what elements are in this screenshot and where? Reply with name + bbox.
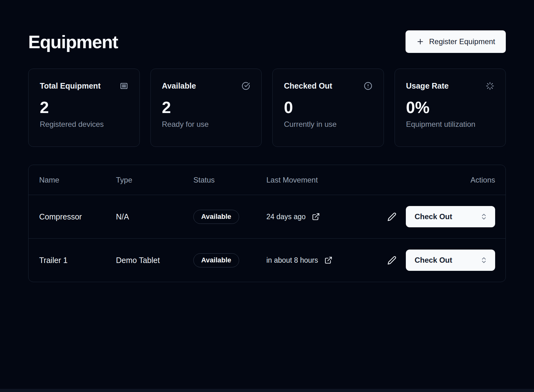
equipment-name: Trailer 1 [39, 256, 116, 265]
equipment-table: Name Type Status Last Movement Actions C… [28, 165, 506, 282]
stat-value: 2 [40, 98, 128, 117]
checkout-select[interactable]: Check Out [406, 250, 495, 271]
external-link-icon[interactable] [312, 213, 320, 221]
equipment-type: N/A [116, 212, 193, 221]
equipment-page: Equipment Register Equipment Total Equip… [0, 30, 534, 282]
stat-card-total-equipment: Total Equipment 2 Registered devices [28, 69, 140, 147]
stat-subtitle: Ready for use [162, 120, 250, 129]
external-link-icon[interactable] [324, 256, 332, 264]
register-equipment-button[interactable]: Register Equipment [406, 30, 506, 53]
equipment-name: Compressor [39, 212, 116, 221]
stat-label: Available [162, 81, 196, 90]
stats-row: Total Equipment 2 Registered devices Ava… [28, 69, 506, 147]
stat-subtitle: Registered devices [40, 120, 128, 129]
stat-card-available: Available 2 Ready for use [150, 69, 262, 147]
column-header-last-movement: Last Movement [266, 176, 470, 184]
stat-subtitle: Equipment utilization [406, 120, 495, 129]
column-header-actions: Actions [470, 176, 495, 184]
stat-value: 2 [162, 98, 250, 117]
stat-value: 0% [406, 98, 495, 117]
stat-label: Usage Rate [406, 81, 449, 90]
stat-subtitle: Currently in use [284, 120, 372, 129]
last-movement-text: 24 days ago [266, 213, 306, 221]
chevrons-up-down-icon [480, 256, 488, 264]
pencil-icon [387, 212, 396, 221]
stat-card-checked-out: Checked Out 0 Currently in use [272, 69, 384, 147]
checkout-label: Check Out [415, 256, 452, 265]
column-header-name: Name [39, 176, 116, 184]
status-badge: Available [193, 253, 239, 267]
table-header-row: Name Type Status Last Movement Actions [29, 165, 505, 195]
table-row: Trailer 1 Demo Tablet Available in about… [29, 238, 505, 282]
loader-icon [486, 82, 494, 90]
circle-alert-icon [364, 82, 372, 90]
equipment-type: Demo Tablet [116, 256, 193, 265]
register-equipment-label: Register Equipment [429, 37, 495, 46]
stat-label: Total Equipment [40, 81, 101, 90]
checkout-select[interactable]: Check Out [406, 206, 495, 227]
circle-check-icon [242, 82, 250, 90]
checkout-label: Check Out [415, 212, 452, 221]
table-row: Compressor N/A Available 24 days ago Che… [29, 195, 505, 238]
window-edge [0, 389, 534, 392]
pencil-icon [387, 256, 396, 265]
stat-value: 0 [284, 98, 372, 117]
column-header-status: Status [193, 176, 266, 184]
chevrons-up-down-icon [480, 213, 488, 220]
stat-card-usage-rate: Usage Rate 0% Equipment utilization [395, 69, 506, 147]
edit-button[interactable] [387, 256, 396, 265]
stat-label: Checked Out [284, 81, 332, 90]
plus-icon [416, 38, 424, 46]
page-header: Equipment Register Equipment [28, 30, 506, 53]
column-header-type: Type [116, 176, 193, 184]
page-title: Equipment [28, 31, 118, 52]
status-badge: Available [193, 210, 239, 224]
edit-button[interactable] [387, 212, 396, 221]
last-movement-text: in about 8 hours [266, 256, 318, 265]
list-icon [120, 82, 128, 90]
